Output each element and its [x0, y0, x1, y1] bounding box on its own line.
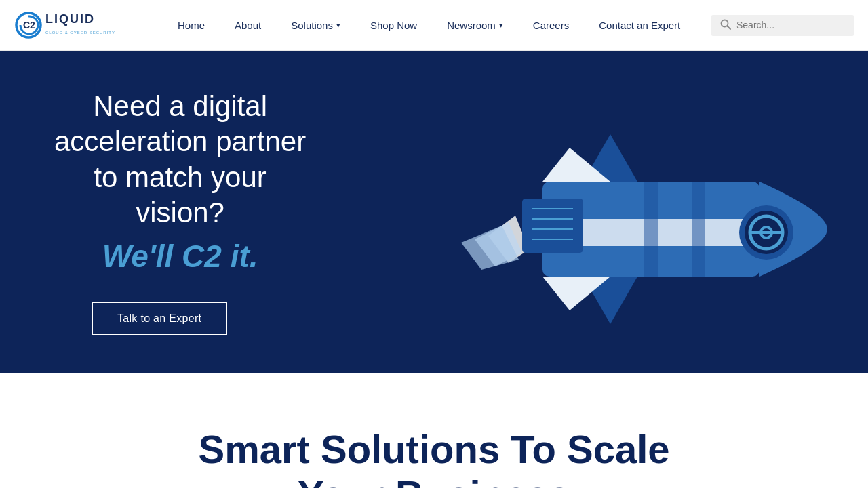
nav-solutions[interactable]: Solutions ▾ [276, 0, 355, 51]
nav-home[interactable]: Home [163, 0, 220, 51]
svg-text:C2: C2 [23, 20, 35, 30]
newsroom-chevron-icon: ▾ [499, 21, 503, 30]
solutions-chevron-icon: ▾ [336, 21, 340, 30]
svg-text:LIQUID: LIQUID [45, 12, 95, 26]
svg-rect-22 [692, 182, 705, 277]
hero-tagline: We'll C2 it. [54, 238, 306, 274]
navbar: C2 LIQUID CLOUD & CYBER SECURITY Home Ab… [0, 0, 868, 51]
search-area [711, 15, 854, 36]
hero-section: Need a digital acceleration partner to m… [0, 51, 868, 373]
talk-to-expert-button[interactable]: Talk to an Expert [92, 302, 227, 336]
svg-text:CLOUD & CYBER SECURITY: CLOUD & CYBER SECURITY [45, 30, 115, 35]
nav-contact[interactable]: Contact an Expert [584, 0, 695, 51]
section-heading: Smart Solutions To Scale Your Business [27, 427, 841, 488]
nav-about[interactable]: About [220, 0, 276, 51]
nav-shop-now[interactable]: Shop Now [355, 0, 432, 51]
hero-heading: Need a digital acceleration partner to m… [54, 89, 306, 231]
svg-line-5 [728, 26, 731, 29]
nav-careers[interactable]: Careers [518, 0, 584, 51]
below-hero-section: Smart Solutions To Scale Your Business [0, 373, 868, 488]
svg-rect-16 [522, 199, 583, 253]
search-input[interactable] [736, 20, 845, 30]
svg-rect-21 [644, 182, 658, 277]
logo[interactable]: C2 LIQUID CLOUD & CYBER SECURITY [14, 7, 142, 44]
hero-text-block: Need a digital acceleration partner to m… [0, 89, 306, 336]
nav-links: Home About Solutions ▾ Shop Now Newsroom… [163, 0, 704, 51]
search-icon [720, 19, 731, 32]
nav-newsroom[interactable]: Newsroom ▾ [432, 0, 518, 51]
rocket-illustration [434, 94, 841, 331]
